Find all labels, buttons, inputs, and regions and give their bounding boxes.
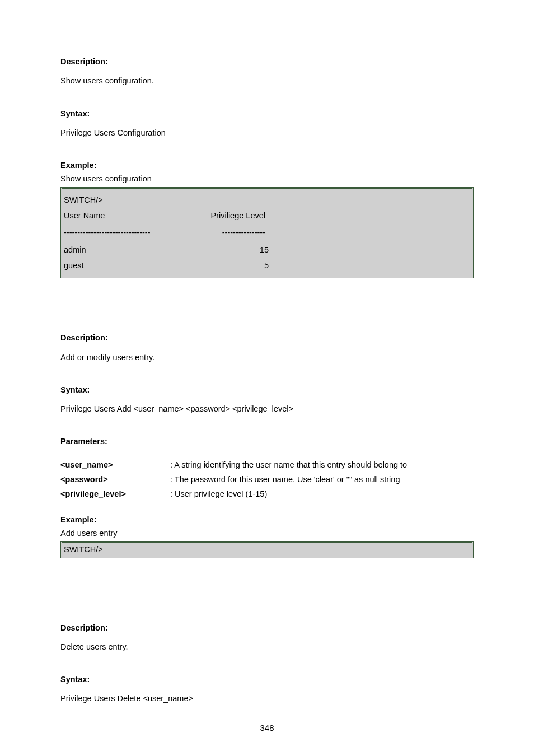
section-users-add: Description: Add or modify users entry. … xyxy=(60,332,474,558)
param-key: <user_name> xyxy=(60,459,170,470)
syntax-label: Syntax: xyxy=(60,108,474,119)
syntax-text: Privilege Users Configuration xyxy=(60,127,474,138)
page-number: 348 xyxy=(0,722,534,734)
example-text: Add users entry xyxy=(60,528,474,539)
syntax-block: Syntax: Privilege Users Add <user_name> … xyxy=(60,384,474,415)
param-desc: : The password for this user name. Use '… xyxy=(170,474,474,485)
description-text: Add or modify users entry. xyxy=(60,352,474,363)
description-text: Show users configuration. xyxy=(60,75,474,86)
cell-level: 15 xyxy=(198,244,269,255)
section-gap xyxy=(60,278,474,332)
terminal-prompt: SWITCH/> xyxy=(64,192,470,208)
prompt-text: SWITCH/> xyxy=(64,194,198,206)
param-desc: : A string identifying the user name tha… xyxy=(170,459,474,470)
param-desc: : User privilege level (1-15) xyxy=(170,488,474,500)
cell-username: guest xyxy=(64,260,198,271)
dash-col1: -------------------------------- xyxy=(64,227,198,238)
description-block: Description: Delete users entry. xyxy=(60,622,474,653)
example-label: Example: xyxy=(60,514,474,525)
spacer xyxy=(60,612,474,622)
syntax-text: Privilege Users Add <user_name> <passwor… xyxy=(60,403,474,414)
param-key: <privilege_level> xyxy=(60,488,170,500)
section-users-delete: Description: Delete users entry. Syntax:… xyxy=(60,622,474,704)
page: Description: Show users configuration. S… xyxy=(0,0,534,756)
syntax-text: Privilege Users Delete <user_name> xyxy=(60,693,474,704)
param-row: <password> : The password for this user … xyxy=(60,472,474,487)
terminal-box: SWITCH/> User Name Priviliege Level ----… xyxy=(60,187,474,278)
cell-level: 5 xyxy=(198,260,269,271)
parameters-list: <user_name> : A string identifying the u… xyxy=(60,458,474,502)
header-level: Priviliege Level xyxy=(198,210,265,221)
description-block: Description: Add or modify users entry. xyxy=(60,332,474,363)
example-block: Example: Show users configuration SWITCH… xyxy=(60,160,474,278)
cell-username: admin xyxy=(64,244,198,255)
header-username: User Name xyxy=(64,210,198,221)
syntax-block: Syntax: Privilege Users Delete <user_nam… xyxy=(60,674,474,704)
description-label: Description: xyxy=(60,622,474,633)
description-text: Delete users entry. xyxy=(60,641,474,652)
syntax-label: Syntax: xyxy=(60,384,474,395)
separator-row: -------------------------------- -------… xyxy=(64,223,470,241)
dash-col2: ---------------- xyxy=(198,227,265,238)
syntax-block: Syntax: Privilege Users Configuration xyxy=(60,108,474,139)
section-users-configuration: Description: Show users configuration. S… xyxy=(60,56,474,278)
description-label: Description: xyxy=(60,56,474,67)
example-block: Example: Add users entry SWITCH/> xyxy=(60,514,474,558)
table-row: guest 5 xyxy=(64,258,470,273)
parameters-label: Parameters: xyxy=(60,436,474,447)
prompt-text: SWITCH/> xyxy=(64,544,470,555)
section-gap xyxy=(60,558,474,612)
description-label: Description: xyxy=(60,332,474,343)
param-row: <user_name> : A string identifying the u… xyxy=(60,458,474,472)
example-label: Example: xyxy=(60,160,474,171)
example-text: Show users configuration xyxy=(60,173,474,184)
terminal-box: SWITCH/> xyxy=(60,541,474,558)
description-block: Description: Show users configuration. xyxy=(60,56,474,87)
syntax-label: Syntax: xyxy=(60,674,474,685)
param-key: <password> xyxy=(60,474,170,485)
parameters-block: Parameters: <user_name> : A string ident… xyxy=(60,436,474,501)
param-row: <privilege_level> : User privilege level… xyxy=(60,487,474,501)
table-header: User Name Priviliege Level xyxy=(64,208,470,223)
table-row: admin 15 xyxy=(64,242,470,258)
